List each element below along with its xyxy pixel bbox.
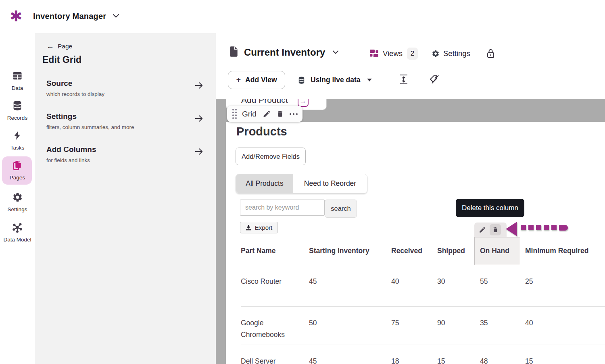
views-button[interactable]: Views: [383, 49, 403, 58]
views-count-badge: 2: [407, 48, 418, 60]
annotation-dash: [536, 225, 541, 230]
sidebar-item-label: Tasks: [10, 145, 25, 151]
app-title: Inventory Manager: [33, 12, 106, 21]
settings-button[interactable]: Settings: [443, 49, 470, 58]
panel-title: Edit Grid: [42, 54, 81, 65]
app-logo-icon: ✱: [10, 9, 22, 24]
sidebar-item-label: Pages: [10, 175, 25, 181]
top-bar: ✱ Inventory Manager: [0, 0, 605, 32]
sidebar-item-pages[interactable]: Pages: [0, 160, 35, 181]
ellipsis-icon[interactable]: [289, 113, 298, 115]
arrow-right-icon: [194, 148, 204, 157]
column-header-on-hand[interactable]: On Hand: [480, 247, 525, 255]
panel-section-source[interactable]: Source which records to display: [46, 79, 204, 97]
arrow-right-icon: [194, 81, 204, 91]
views-icon: [370, 50, 379, 58]
cell: 18: [391, 345, 437, 364]
cell: 50: [309, 307, 391, 345]
section-subtitle: filters, column summaries, and more: [46, 124, 204, 130]
add-view-button[interactable]: + Add View: [228, 71, 285, 89]
column-header[interactable]: Starting Inventory: [309, 247, 391, 255]
cell: 40: [391, 265, 437, 306]
nav-rail: Data Records Tasks Pages Settings: [0, 32, 35, 364]
app-title-chevron-down-icon[interactable]: [113, 12, 119, 20]
column-header[interactable]: Part Name: [241, 247, 309, 255]
tab-need-to-reorder[interactable]: Need to Reorder: [293, 174, 367, 193]
view-name: Grid: [242, 110, 257, 119]
delete-column-button[interactable]: [490, 224, 501, 235]
cell: 90: [437, 307, 480, 345]
tab-all-products[interactable]: All Products: [236, 174, 293, 193]
grid-title: Products: [236, 125, 287, 138]
column-toolbar: [474, 223, 507, 237]
cell: 48: [480, 345, 525, 364]
edit-column-pencil-icon[interactable]: [479, 226, 486, 233]
search-button[interactable]: search: [325, 200, 357, 218]
trash-icon[interactable]: [276, 110, 284, 118]
sidebar-item-data-model[interactable]: Data Model: [0, 222, 35, 243]
page-title: Current Inventory: [244, 47, 325, 58]
live-data-dropdown[interactable]: Using live data: [297, 75, 372, 85]
panel-section-settings[interactable]: Settings filters, column summaries, and …: [46, 112, 204, 130]
export-button[interactable]: Export: [240, 222, 278, 233]
section-title: Source: [46, 79, 204, 88]
cell: 25: [525, 265, 605, 306]
cell: 45: [309, 265, 391, 306]
annotation-dash: [544, 225, 549, 230]
download-icon: [246, 225, 251, 231]
cell: 40: [525, 307, 605, 345]
table-row: Cisco Router 45 40 30 55 25: [241, 265, 605, 306]
search-input[interactable]: [240, 200, 325, 216]
tag-slash-icon[interactable]: [428, 74, 440, 87]
pages-icon: [12, 160, 23, 173]
data-model-icon: [12, 222, 23, 235]
sidebar-item-label: Data: [12, 85, 23, 91]
column-header[interactable]: Shipped: [437, 247, 480, 255]
back-to-page-link[interactable]: ← Page: [46, 42, 72, 51]
column-header[interactable]: Received: [391, 247, 437, 255]
cell-part-name: Dell Server: [241, 345, 309, 364]
app-window: ✱ Inventory Manager Data Records Tasks: [0, 0, 605, 364]
section-subtitle: which records to display: [46, 91, 204, 97]
table-icon: [11, 70, 23, 83]
pencil-icon[interactable]: [263, 110, 271, 118]
live-preview: Add Product → Grid Products Add/Re: [216, 99, 605, 364]
grid-view-card: Products Add/Remove Fields All Products …: [226, 122, 605, 364]
gear-icon: [432, 50, 440, 58]
annotation-dash: [521, 225, 526, 230]
page-file-icon: [229, 46, 238, 59]
cell: 55: [480, 265, 525, 306]
sidebar-item-records[interactable]: Records: [0, 100, 35, 121]
lock-icon[interactable]: [486, 48, 495, 59]
page-title-chevron-down-icon[interactable]: [332, 49, 339, 56]
panel-section-add-columns[interactable]: Add Columns for fields and links: [46, 145, 204, 163]
delete-column-tooltip: Delete this column: [456, 199, 524, 217]
drag-handle-icon[interactable]: [232, 109, 237, 119]
view-toolbar: + Add View Using live data: [228, 71, 440, 89]
back-arrow-icon: ←: [46, 42, 54, 51]
page-header-actions: Views 2 Settings: [370, 48, 495, 60]
database-icon: [297, 75, 306, 85]
table-row: Google Chromebooks 50 75 90 35 40: [241, 306, 605, 345]
table-header-row: Part Name Starting Inventory Received Sh…: [241, 237, 605, 265]
section-title: Add Columns: [46, 145, 204, 154]
sidebar-item-tasks[interactable]: Tasks: [0, 130, 35, 151]
column-header[interactable]: Minimum Required: [525, 247, 605, 255]
page-header: Current Inventory: [229, 46, 339, 59]
arrow-right-icon: [194, 114, 204, 124]
edit-grid-panel: ← Page Edit Grid Source which records to…: [35, 33, 216, 364]
sidebar-item-data[interactable]: Data: [0, 70, 35, 91]
sidebar-item-label: Records: [7, 115, 27, 121]
caret-down-icon: [367, 79, 372, 81]
annotation-dash: [528, 225, 534, 230]
back-label: Page: [58, 43, 72, 50]
database-icon: [12, 100, 23, 113]
cell: 15: [437, 345, 480, 364]
add-remove-fields-button[interactable]: Add/Remove Fields: [236, 148, 306, 165]
section-subtitle: for fields and links: [46, 157, 204, 163]
cell: 30: [437, 265, 480, 306]
lightning-icon: [12, 130, 23, 143]
cell: 15: [525, 345, 605, 364]
vertical-fit-icon[interactable]: [398, 73, 409, 87]
sidebar-item-settings[interactable]: Settings: [0, 192, 35, 212]
